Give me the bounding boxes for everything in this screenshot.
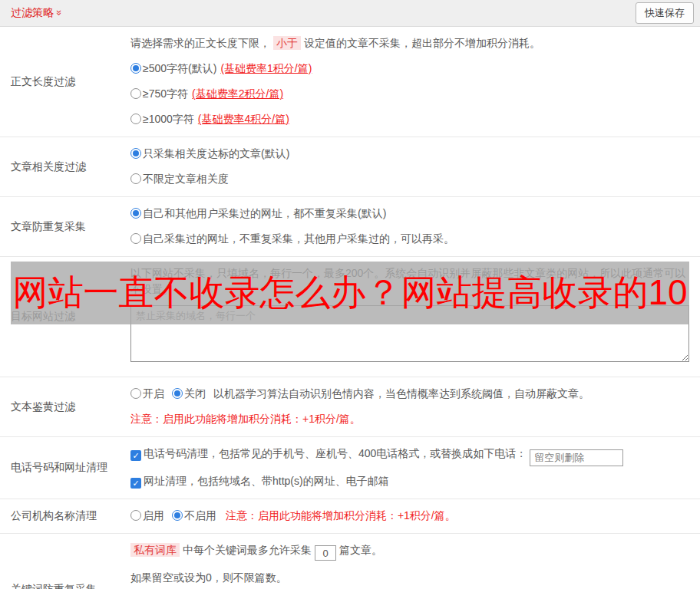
row-keyword-anti-duplicate: 关键词防重复采集 私有词库中每个关键词最多允许采集篇文章。 如果留空或设为0，则…	[0, 534, 700, 589]
company-clean-options: 启用不启用 注意：启用此功能将增加积分消耗：+1积分/篇。	[130, 508, 689, 524]
option-500-chars[interactable]: ≥500字符(默认)(基础费率1积分/篇)	[130, 61, 689, 77]
checkbox-url-clean[interactable]: ✓	[130, 478, 141, 489]
keyword-count-input[interactable]	[315, 545, 336, 561]
intro-text-post: 设定值的文章不采集，超出部分不增加积分消耗。	[304, 37, 540, 49]
content-length-intro: 请选择需求的正文长度下限，小于设定值的文章不采集，超出部分不增加积分消耗。	[130, 35, 689, 51]
checkbox-phone-clean[interactable]: ✓	[130, 450, 141, 461]
radio-no-relevance-limit[interactable]	[130, 173, 141, 184]
row-label: 文本鉴黄过滤	[0, 377, 130, 436]
radio-company-clean-enable[interactable]	[130, 510, 141, 521]
row-phone-url-cleaning: 电话号码和网址清理 ✓电话号码清理，包括常见的手机号、座机号、400电话格式，或…	[0, 437, 700, 499]
radio-company-clean-disable[interactable]	[172, 510, 183, 521]
intro-text-pre: 请选择需求的正文长度下限，	[130, 37, 270, 49]
row-target-website-filter: 目标网站过滤 以下网站不采集，只填域名，每行一个，最多200个。系统会自动识别并…	[0, 257, 700, 377]
option-relevant-only[interactable]: 只采集相关度达标的文章(默认)	[130, 146, 689, 162]
filter-strategy-label: 过滤策略	[11, 6, 54, 20]
radio-dedupe-all-users[interactable]	[130, 208, 141, 219]
row-label: 关键词防重复采集	[0, 534, 130, 589]
row-label: 公司机构名称清理	[0, 499, 130, 533]
option-label: 只采集相关度达标的文章(默认)	[143, 147, 289, 160]
row-label: 电话号码和网址清理	[0, 437, 130, 499]
row-content-length-filter: 正文长度过滤 请选择需求的正文长度下限，小于设定值的文章不采集，超出部分不增加积…	[0, 27, 700, 137]
option-label: 不限定文章相关度	[143, 173, 229, 185]
radio-label-enable: 启用	[143, 509, 164, 522]
option-1000-chars[interactable]: ≥1000字符(基础费率4积分/篇)	[130, 111, 689, 127]
keyword-note-zero: 如果留空或设为0，则不限篇数。	[130, 570, 689, 586]
radio-relevant-only[interactable]	[130, 148, 141, 159]
fee-note: (基础费率2积分/篇)	[192, 87, 283, 100]
radio-porn-filter-off[interactable]	[172, 388, 183, 399]
fee-note: (基础费率4积分/篇)	[198, 113, 289, 125]
radio-1000-chars[interactable]	[130, 114, 141, 124]
radio-dedupe-self-only[interactable]	[130, 233, 141, 244]
row-label: 文章防重复采集	[0, 197, 130, 256]
blocked-domains-textarea[interactable]	[130, 305, 689, 362]
option-label: ≥500字符(默认)	[143, 62, 216, 74]
replacement-phone-input[interactable]	[530, 449, 623, 466]
keyword-limit-line: 私有词库中每个关键词最多允许采集篇文章。	[130, 542, 689, 561]
option-label: ≥1000字符	[143, 113, 194, 125]
porn-filter-options: 开启关闭 以机器学习算法自动识别色情内容，当色情概率达到系统阈值，自动屏蔽文章。	[130, 386, 689, 402]
header-bar: 过滤策略 » 快速保存	[0, 0, 700, 27]
porn-filter-desc: 以机器学习算法自动识别色情内容，当色情概率达到系统阈值，自动屏蔽文章。	[213, 387, 589, 400]
row-porn-filter: 文本鉴黄过滤 开启关闭 以机器学习算法自动识别色情内容，当色情概率达到系统阈值，…	[0, 377, 700, 437]
fee-note: (基础费率1积分/篇)	[220, 62, 312, 74]
url-clean-label: 网址清理，包括纯域名、带http(s)的网址、电子邮箱	[144, 475, 389, 487]
radio-porn-filter-on[interactable]	[130, 388, 141, 399]
option-750-chars[interactable]: ≥750字符(基础费率2积分/篇)	[130, 86, 689, 102]
radio-500-chars[interactable]	[130, 63, 141, 74]
url-clean-option: ✓网址清理，包括纯域名、带http(s)的网址、电子邮箱	[130, 473, 689, 489]
row-anti-duplicate: 文章防重复采集 自己和其他用户采集过的网址，都不重复采集(默认) 自己采集过的网…	[0, 197, 700, 257]
radio-label-disable: 不启用	[184, 509, 216, 522]
option-label: ≥750字符	[143, 87, 188, 100]
keyword-limit-text: 中每个关键词最多允许采集	[183, 544, 312, 556]
filter-strategy-title[interactable]: 过滤策略 »	[11, 6, 62, 20]
keyword-limit-tail: 篇文章。	[339, 544, 382, 556]
row-relevance-filter: 文章相关度过滤 只采集相关度达标的文章(默认) 不限定文章相关度	[0, 137, 700, 197]
row-label: 文章相关度过滤	[0, 137, 130, 196]
row-label: 目标网站过滤	[0, 257, 130, 377]
collapse-chevron-icon: »	[54, 9, 64, 15]
company-clean-note: 注意：启用此功能将增加积分消耗：+1积分/篇。	[226, 509, 456, 522]
row-label: 正文长度过滤	[0, 27, 130, 137]
radio-label-off: 关闭	[184, 387, 206, 400]
row-company-name-cleaning: 公司机构名称清理 启用不启用 注意：启用此功能将增加积分消耗：+1积分/篇。	[0, 499, 700, 534]
option-label: 自己采集过的网址，不重复采集，其他用户采集过的，可以再采。	[143, 232, 454, 245]
option-dedupe-all-users[interactable]: 自己和其他用户采集过的网址，都不重复采集(默认)	[130, 206, 689, 222]
phone-clean-label: 电话号码清理，包括常见的手机号、座机号、400电话格式，或替换成如下电话：	[144, 447, 527, 459]
target-website-desc: 以下网站不采集，只填域名，每行一个，最多200个。系统会自动识别并屏蔽那些非文章…	[130, 265, 689, 298]
option-dedupe-self-only[interactable]: 自己采集过的网址，不重复采集，其他用户采集过的，可以再采。	[130, 231, 689, 247]
private-thesaurus-highlight: 私有词库	[130, 543, 180, 557]
option-label: 自己和其他用户采集过的网址，都不重复采集(默认)	[143, 207, 386, 219]
porn-filter-note: 注意：启用此功能将增加积分消耗：+1积分/篇。	[130, 411, 689, 427]
less-than-highlight: 小于	[273, 36, 301, 50]
phone-clean-option: ✓电话号码清理，包括常见的手机号、座机号、400电话格式，或替换成如下电话：	[130, 446, 689, 466]
radio-750-chars[interactable]	[130, 88, 141, 99]
option-no-relevance-limit[interactable]: 不限定文章相关度	[130, 171, 689, 187]
radio-label-on: 开启	[143, 387, 164, 400]
quick-save-button[interactable]: 快速保存	[636, 2, 694, 24]
